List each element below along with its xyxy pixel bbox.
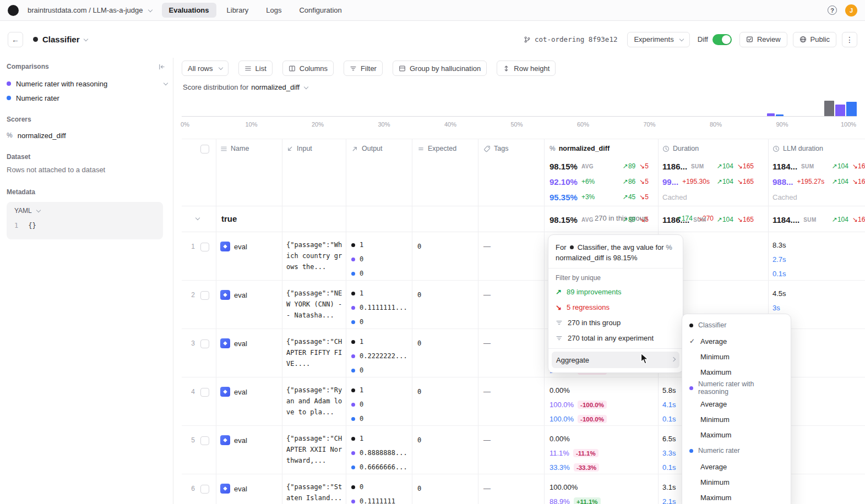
- aggregate-stat[interactable]: Cached: [662, 189, 754, 205]
- aggregate-stat[interactable]: 98.15%AVG↗89↘5: [550, 158, 649, 174]
- all-rows-button[interactable]: All rows: [182, 61, 229, 76]
- histogram-bar[interactable]: [824, 101, 834, 116]
- select-all-checkbox[interactable]: [200, 145, 209, 154]
- submenu-item-numeric-rater-with-reasoning-maximum[interactable]: Maximum: [682, 427, 791, 442]
- eval-badge[interactable]: eval: [220, 242, 247, 251]
- eval-badge[interactable]: eval: [220, 338, 247, 348]
- regressions-count[interactable]: ↘5: [639, 162, 649, 170]
- branch-ref[interactable]: cot-ordering 8f93e12: [524, 35, 618, 43]
- back-button[interactable]: ←: [8, 32, 23, 47]
- public-button[interactable]: Public: [793, 32, 836, 47]
- duration-value[interactable]: 4.1s: [662, 401, 676, 409]
- llm-duration-value[interactable]: 8.3s: [772, 241, 786, 249]
- eval-badge[interactable]: eval: [220, 435, 247, 445]
- column-header-llm-duration[interactable]: LLM duration: [772, 145, 823, 152]
- tab-logs[interactable]: Logs: [259, 3, 289, 18]
- score-value[interactable]: 0.00%: [550, 386, 570, 395]
- aggregate-stat[interactable]: 1186....SUM↗104↘165: [662, 212, 754, 227]
- menu-item-5-regressions[interactable]: ↘5 regressions: [548, 299, 683, 315]
- histogram-bar[interactable]: [776, 114, 784, 116]
- avatar[interactable]: J: [845, 4, 857, 17]
- llm-duration-value[interactable]: 4.5s: [772, 289, 786, 298]
- aggregate-stat[interactable]: Cached: [772, 189, 865, 205]
- submenu-item-classifier-minimum[interactable]: Minimum: [682, 349, 791, 364]
- help-icon[interactable]: ?: [828, 6, 837, 15]
- aggregate-stat[interactable]: 1184....SUM↗104↘165: [772, 212, 865, 227]
- regressions-count[interactable]: ↘165: [737, 216, 754, 223]
- improvements-count[interactable]: ↗104: [832, 178, 848, 185]
- chevron-down-icon[interactable]: [195, 216, 200, 220]
- improvements-count[interactable]: ↗89: [623, 216, 635, 223]
- submenu-item-numeric-rater-maximum[interactable]: Maximum: [682, 490, 791, 504]
- row-checkbox[interactable]: [200, 243, 209, 251]
- tab-configuration[interactable]: Configuration: [292, 3, 349, 18]
- regressions-count[interactable]: ↘165: [737, 178, 754, 185]
- row-checkbox[interactable]: [200, 388, 209, 397]
- column-header-duration[interactable]: Duration: [662, 145, 699, 152]
- submenu-item-numeric-rater-average[interactable]: Average: [682, 459, 791, 474]
- submenu-item-classifier-maximum[interactable]: Maximum: [682, 364, 791, 380]
- row-checkbox[interactable]: [200, 436, 209, 445]
- breadcrumb[interactable]: braintrustdata.com / LLM-as-a-judge: [28, 6, 152, 14]
- improvements-count[interactable]: ↗104: [717, 162, 733, 170]
- comparison-item-numeric-rater[interactable]: Numeric rater: [7, 91, 167, 105]
- aggregate-stat[interactable]: 95.35%+3%↗45↘5: [550, 189, 649, 205]
- improvements-count[interactable]: ↗104: [717, 216, 733, 223]
- more-button[interactable]: ⋮: [842, 32, 857, 47]
- llm-duration-value[interactable]: 0.1s: [772, 270, 786, 278]
- column-header-name[interactable]: Name: [220, 145, 249, 152]
- duration-value[interactable]: 5.8s: [662, 386, 676, 395]
- column-header-expected[interactable]: Expected: [417, 145, 456, 152]
- duration-value[interactable]: 3.3s: [662, 449, 676, 457]
- aggregate-stat[interactable]: 92.10%+6%↗86↘5: [550, 174, 649, 189]
- diff-toggle[interactable]: [712, 34, 732, 45]
- group-row-true[interactable]: true 270 in this group↗174↘270 98.15%AVG…: [182, 206, 865, 232]
- metadata-language-select[interactable]: YAML: [7, 202, 163, 215]
- improvements-count[interactable]: ↗86: [623, 178, 635, 185]
- columns-button[interactable]: Columns: [282, 61, 334, 76]
- menu-item-270-in-this-group[interactable]: 270 in this group: [548, 315, 683, 330]
- aggregate-menu-item[interactable]: Aggregate: [552, 352, 679, 368]
- histogram-bar[interactable]: [767, 113, 775, 116]
- submenu-item-numeric-rater-with-reasoning-average[interactable]: Average: [682, 396, 791, 412]
- histogram-bar[interactable]: [835, 105, 845, 116]
- scorer-item[interactable]: % normalized_diff: [7, 128, 167, 143]
- regressions-count[interactable]: ↘165: [852, 216, 865, 223]
- tab-library[interactable]: Library: [220, 3, 256, 18]
- duration-value[interactable]: 6.5s: [662, 435, 676, 443]
- filter-button[interactable]: Filter: [344, 61, 383, 76]
- comparison-item-numeric-rater-with-reasoning[interactable]: Numeric rater with reasoning: [7, 76, 167, 91]
- row-height-button[interactable]: Row height: [497, 61, 556, 76]
- llm-duration-value[interactable]: 3s: [772, 304, 780, 312]
- eval-badge[interactable]: eval: [220, 387, 247, 397]
- score-value[interactable]: 100.0%-100.0%: [550, 401, 607, 409]
- aggregate-stat[interactable]: 98.15%AVG↗89↘5: [550, 212, 649, 227]
- aggregate-stat[interactable]: 99...+195.30s↗104↘165: [662, 174, 754, 189]
- llm-duration-value[interactable]: 2.7s: [772, 255, 786, 264]
- review-button[interactable]: Review: [739, 32, 787, 47]
- improvements-count[interactable]: ↗104: [832, 162, 848, 170]
- submenu-item-numeric-rater-minimum[interactable]: Minimum: [682, 474, 791, 490]
- aggregate-stat[interactable]: 1186...SUM↗104↘165: [662, 158, 754, 174]
- submenu-item-classifier-average[interactable]: ✓Average: [682, 333, 791, 349]
- group-by-button[interactable]: Group by hallucination: [393, 61, 487, 76]
- menu-item-270-total-in-any-experiment[interactable]: 270 total in any experiment: [548, 330, 683, 346]
- improvements-count[interactable]: ↗89: [623, 162, 635, 170]
- collapse-sidebar-icon[interactable]: [158, 63, 165, 70]
- tab-evaluations[interactable]: Evaluations: [162, 3, 216, 18]
- duration-value[interactable]: 2.1s: [662, 497, 676, 504]
- experiments-button[interactable]: Experiments: [627, 32, 689, 47]
- regressions-count[interactable]: ↘5: [639, 193, 649, 201]
- regressions-count[interactable]: ↘5: [639, 178, 649, 185]
- regressions-count[interactable]: ↘5: [639, 216, 649, 223]
- menu-item-89-improvements[interactable]: ↗89 improvements: [548, 284, 683, 299]
- column-header-score[interactable]: % normalized_diff: [550, 145, 610, 152]
- score-value[interactable]: 100.0%-100.0%: [550, 415, 607, 423]
- score-value[interactable]: 33.3%-33.3%: [550, 463, 599, 472]
- row-checkbox[interactable]: [200, 291, 209, 300]
- chevron-down-icon[interactable]: [83, 36, 88, 41]
- duration-value[interactable]: 0.1s: [662, 415, 676, 423]
- column-header-input[interactable]: Input: [286, 145, 312, 152]
- row-checkbox[interactable]: [200, 339, 209, 348]
- regressions-count[interactable]: ↘165: [852, 162, 865, 170]
